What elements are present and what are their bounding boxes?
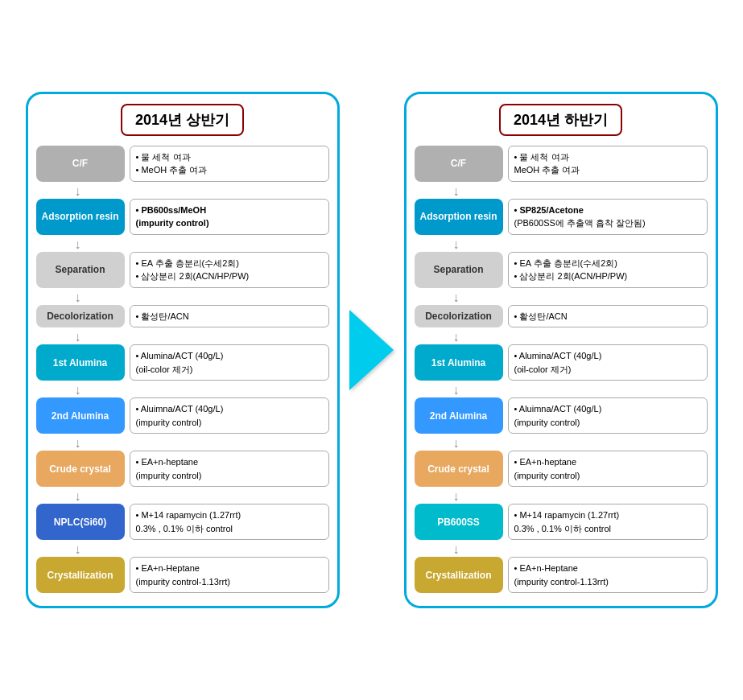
arrow-1-right: ↓ — [415, 185, 708, 198]
step-separation-left: Separation — [36, 252, 125, 288]
desc-crude-left: • EA+n-heptane (impurity control) — [130, 451, 329, 487]
flow-row-pb600ss-right: PB600SS • M+14 rapamycin (1.27rrt) 0.3% … — [415, 504, 708, 540]
flow-row-adsorption-right: Adsorption resin • SP825/Acetone (PB600S… — [415, 199, 708, 235]
step-cf-left: C/F — [36, 146, 125, 182]
desc-pb600ss-right: • M+14 rapamycin (1.27rrt) 0.3% , 0.1% 이… — [508, 504, 708, 540]
step-alumina1-left: 1st Alumina — [36, 344, 125, 381]
step-pb600ss-right: PB600SS — [415, 504, 503, 540]
desc-cf-left: • 물 세척 여과 • MeOH 추출 여과 — [130, 146, 329, 182]
arrow-2-right: ↓ — [415, 238, 708, 251]
desc-crystal-right: • EA+n-Heptane (impurity control-1.13rrt… — [508, 557, 708, 593]
desc-cf-right: • 물 세척 여과 MeOH 추출 여과 — [508, 146, 708, 182]
arrow-7-left: ↓ — [36, 490, 329, 503]
desc-decolor-left: • 활성탄/ACN — [130, 305, 329, 328]
arrow-6-right: ↓ — [415, 437, 708, 450]
step-decolor-left: Decolorization — [36, 305, 125, 328]
desc-crude-right: • EA+n-heptane (impurity control) — [508, 451, 708, 487]
arrow-2-left: ↓ — [36, 238, 329, 251]
desc-alumina2-right: • Aluimna/ACT (40g/L) (impurity control) — [508, 397, 708, 434]
step-alumina1-right: 1st Alumina — [415, 344, 503, 381]
desc-adsorption-left: • PB600ss/MeOH (impurity control) — [130, 199, 329, 235]
desc-alumina1-left: • Alumina/ACT (40g/L) (oil-color 제거) — [130, 344, 329, 381]
arrow-8-left: ↓ — [36, 543, 329, 556]
flow-row-nplc-left: NPLC(Si60) • M+14 rapamycin (1.27rrt) 0.… — [36, 504, 329, 540]
flow-row-decolor-right: Decolorization • 활성탄/ACN — [415, 305, 708, 328]
step-crude-left: Crude crystal — [36, 451, 125, 487]
desc-adsorption-right: • SP825/Acetone (PB600SS에 추출액 흡착 잘안됨) — [508, 199, 708, 235]
flow-row-alumina1-right: 1st Alumina • Alumina/ACT (40g/L) (oil-c… — [415, 344, 708, 381]
step-nplc-left: NPLC(Si60) — [36, 504, 125, 540]
desc-crystal-left: • EA+n-Heptane (impurity control-1.13rrt… — [130, 557, 329, 593]
step-cf-right: C/F — [415, 146, 503, 182]
flow-row-crystal-left: Crystallization • EA+n-Heptane (impurity… — [36, 557, 329, 593]
flow-row-cf-left: C/F • 물 세척 여과 • MeOH 추출 여과 — [36, 146, 329, 182]
desc-separation-left: • EA 추출 층분리(수세2회) • 삼상분리 2회(ACN/HP/PW) — [130, 252, 329, 288]
arrow-3-right: ↓ — [415, 291, 708, 304]
step-adsorption-right: Adsorption resin — [415, 199, 503, 235]
flow-row-separation-left: Separation • EA 추출 층분리(수세2회) • 삼상분리 2회(A… — [36, 252, 329, 288]
arrow-5-right: ↓ — [415, 384, 708, 397]
desc-alumina2-left: • Aluimna/ACT (40g/L) (impurity control) — [130, 397, 329, 434]
desc-decolor-right: • 활성탄/ACN — [508, 305, 708, 328]
arrow-7-right: ↓ — [415, 490, 708, 503]
step-alumina2-left: 2nd Alumina — [36, 397, 125, 434]
arrow-3-left: ↓ — [36, 291, 329, 304]
arrow-4-right: ↓ — [415, 331, 708, 344]
arrow-5-left: ↓ — [36, 384, 329, 397]
left-panel: 2014년 상반기 C/F • 물 세척 여과 • MeOH 추출 여과 ↓ A… — [26, 92, 340, 609]
center-arrow — [348, 310, 396, 390]
step-crystal-right: Crystallization — [415, 557, 503, 593]
step-alumina2-right: 2nd Alumina — [415, 397, 503, 434]
flow-row-separation-right: Separation • EA 추출 층분리(수세2회) • 삼상분리 2회(A… — [415, 252, 708, 288]
flow-row-decolor-left: Decolorization • 활성탄/ACN — [36, 305, 329, 328]
step-crude-right: Crude crystal — [415, 451, 503, 487]
arrow-4-left: ↓ — [36, 331, 329, 344]
step-decolor-right: Decolorization — [415, 305, 503, 328]
flow-row-adsorption-left: Adsorption resin • PB600ss/MeOH (impurit… — [36, 199, 329, 235]
arrow-8-right: ↓ — [415, 543, 708, 556]
flow-row-alumina1-left: 1st Alumina • Alumina/ACT (40g/L) (oil-c… — [36, 344, 329, 381]
flow-row-cf-right: C/F • 물 세척 여과 MeOH 추출 여과 — [415, 146, 708, 182]
desc-alumina1-right: • Alumina/ACT (40g/L) (oil-color 제거) — [508, 344, 708, 381]
right-panel: 2014년 하반기 C/F • 물 세척 여과 MeOH 추출 여과 ↓ Ads… — [404, 92, 718, 609]
step-separation-right: Separation — [415, 252, 503, 288]
arrow-6-left: ↓ — [36, 437, 329, 450]
flow-row-crude-left: Crude crystal • EA+n-heptane (impurity c… — [36, 451, 329, 487]
desc-separation-right: • EA 추출 층분리(수세2회) • 삼상분리 2회(ACN/HP/PW) — [508, 252, 708, 288]
flow-row-crude-right: Crude crystal • EA+n-heptane (impurity c… — [415, 451, 708, 487]
main-container: 2014년 상반기 C/F • 물 세척 여과 • MeOH 추출 여과 ↓ A… — [18, 84, 726, 617]
arrow-1-left: ↓ — [36, 185, 329, 198]
desc-nplc-left: • M+14 rapamycin (1.27rrt) 0.3% , 0.1% 이… — [130, 504, 329, 540]
step-crystal-left: Crystallization — [36, 557, 125, 593]
flow-row-alumina2-right: 2nd Alumina • Aluimna/ACT (40g/L) (impur… — [415, 397, 708, 434]
step-adsorption-left: Adsorption resin — [36, 199, 125, 235]
left-panel-title: 2014년 상반기 — [121, 104, 244, 136]
right-panel-title: 2014년 하반기 — [499, 104, 622, 136]
flow-row-crystal-right: Crystallization • EA+n-Heptane (impurity… — [415, 557, 708, 593]
arrow-shape — [349, 310, 394, 390]
flow-row-alumina2-left: 2nd Alumina • Aluimna/ACT (40g/L) (impur… — [36, 397, 329, 434]
